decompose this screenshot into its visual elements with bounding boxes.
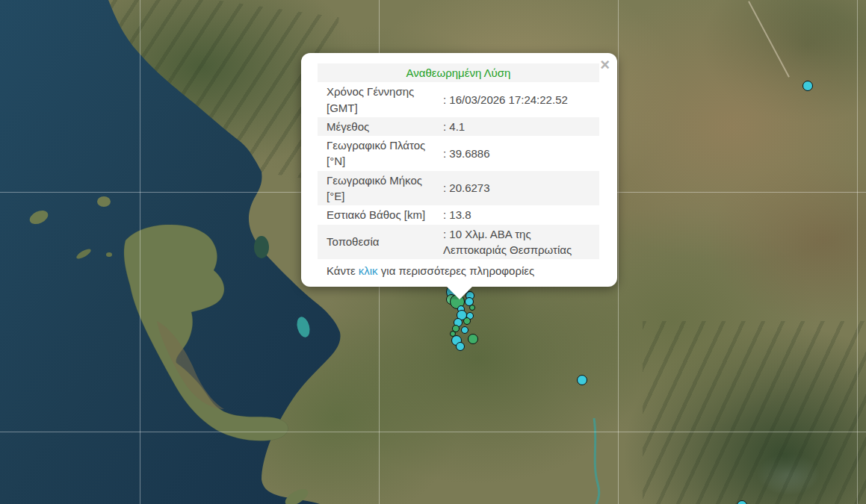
row-value: : 4.1 bbox=[439, 117, 599, 136]
earthquake-epicenter[interactable] bbox=[469, 305, 475, 311]
close-icon[interactable]: × bbox=[600, 57, 610, 73]
footer-text: Κάντε bbox=[327, 264, 359, 277]
earthquake-epicenter[interactable] bbox=[577, 375, 587, 385]
row-value: : 20.6273 bbox=[439, 171, 599, 206]
row-label: Εστιακό Βάθος [km] bbox=[318, 205, 439, 224]
row-label: Γεωγραφικό Μήκος [°E] bbox=[318, 171, 439, 206]
earthquake-map-app: × Αναθεωρημένη Λύση Χρόνος Γέννησης [GMT… bbox=[0, 0, 866, 504]
row-value: : 10 Χλμ. ΑΒΑ της Λεπτοκαριάς Θεσπρωτίας bbox=[439, 225, 599, 260]
earthquake-epicenter[interactable] bbox=[461, 326, 468, 334]
popup-title-row: Αναθεωρημένη Λύση bbox=[318, 63, 599, 82]
earthquake-epicenter[interactable] bbox=[463, 317, 471, 325]
row-label: Χρόνος Γέννησης [GMT] bbox=[318, 82, 439, 117]
table-row: Χρόνος Γέννησης [GMT]: 16/03/2026 17:24:… bbox=[318, 82, 599, 117]
popup-title: Αναθεωρημένη Λύση bbox=[318, 63, 599, 82]
table-row: Τοποθεσία: 10 Χλμ. ΑΒΑ της Λεπτοκαριάς Θ… bbox=[318, 225, 599, 260]
table-row: Μέγεθος: 4.1 bbox=[318, 117, 599, 136]
footer-text: για περισσότερες πληροφορίες bbox=[378, 264, 535, 277]
row-value: : 39.6886 bbox=[439, 136, 599, 171]
table-row: Εστιακό Βάθος [km]: 13.8 bbox=[318, 205, 599, 224]
earthquake-epicenter[interactable] bbox=[802, 81, 813, 91]
row-label: Μέγεθος bbox=[318, 117, 439, 136]
row-label: Γεωγραφικό Πλάτος [°N] bbox=[318, 136, 439, 171]
earthquake-epicenter[interactable] bbox=[468, 334, 478, 344]
earthquake-epicenter[interactable] bbox=[456, 342, 465, 351]
table-row: Γεωγραφικό Μήκος [°E]: 20.6273 bbox=[318, 171, 599, 206]
details-link[interactable]: κλικ bbox=[359, 264, 378, 277]
earthquake-popup: × Αναθεωρημένη Λύση Χρόνος Γέννησης [GMT… bbox=[301, 53, 617, 287]
row-value: : 16/03/2026 17:24:22.52 bbox=[439, 82, 599, 117]
table-row: Γεωγραφικό Πλάτος [°N]: 39.6886 bbox=[318, 136, 599, 171]
popup-footer: Κάντε κλικ για περισσότερες πληροφορίες bbox=[327, 264, 599, 277]
popup-pointer bbox=[447, 287, 472, 299]
row-label: Τοποθεσία bbox=[318, 225, 439, 260]
info-table: Αναθεωρημένη Λύση Χρόνος Γέννησης [GMT]:… bbox=[318, 63, 599, 259]
row-value: : 13.8 bbox=[439, 205, 599, 224]
